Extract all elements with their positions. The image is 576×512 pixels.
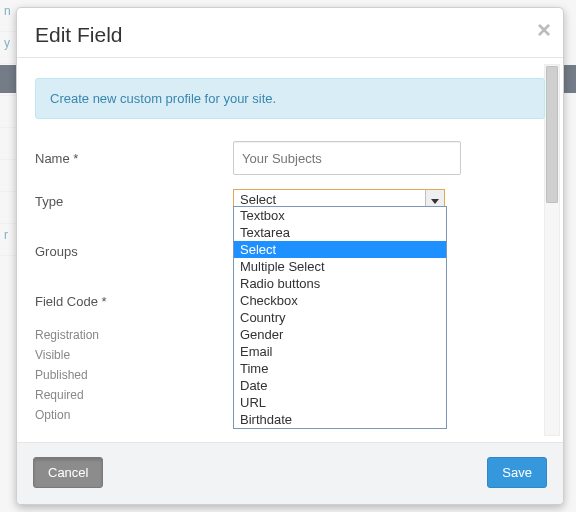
type-option[interactable]: Gender	[234, 326, 446, 343]
type-option[interactable]: Date	[234, 377, 446, 394]
type-option[interactable]: Textbox	[234, 207, 446, 224]
label-name: Name *	[35, 151, 233, 166]
label-field-code: Field Code *	[35, 294, 233, 309]
edit-field-modal: Edit Field × Create new custom profile f…	[16, 7, 564, 505]
modal-title: Edit Field	[35, 23, 545, 47]
label-groups: Groups	[35, 244, 233, 259]
type-option[interactable]: Checkbox	[234, 292, 446, 309]
type-dropdown[interactable]: TextboxTextareaSelectMultiple SelectRadi…	[233, 206, 447, 429]
info-banner: Create new custom profile for your site.	[35, 78, 545, 119]
row-name: Name *	[35, 141, 545, 175]
type-option[interactable]: Email	[234, 343, 446, 360]
type-option[interactable]: Time	[234, 360, 446, 377]
close-icon[interactable]: ×	[537, 18, 551, 42]
type-select-value: Select	[240, 192, 276, 207]
name-input[interactable]	[233, 141, 461, 175]
type-option[interactable]: Radio buttons	[234, 275, 446, 292]
type-option[interactable]: Select	[234, 241, 446, 258]
type-option[interactable]: URL	[234, 394, 446, 411]
type-option[interactable]: Birthdate	[234, 411, 446, 428]
modal-header: Edit Field ×	[17, 8, 563, 58]
cancel-button[interactable]: Cancel	[33, 457, 103, 488]
label-type: Type	[35, 194, 233, 209]
modal-body: Create new custom profile for your site.…	[17, 60, 563, 442]
type-option[interactable]: Multiple Select	[234, 258, 446, 275]
type-option[interactable]: Textarea	[234, 224, 446, 241]
type-option[interactable]: Country	[234, 309, 446, 326]
modal-footer: Cancel Save	[17, 442, 563, 504]
save-button[interactable]: Save	[487, 457, 547, 488]
